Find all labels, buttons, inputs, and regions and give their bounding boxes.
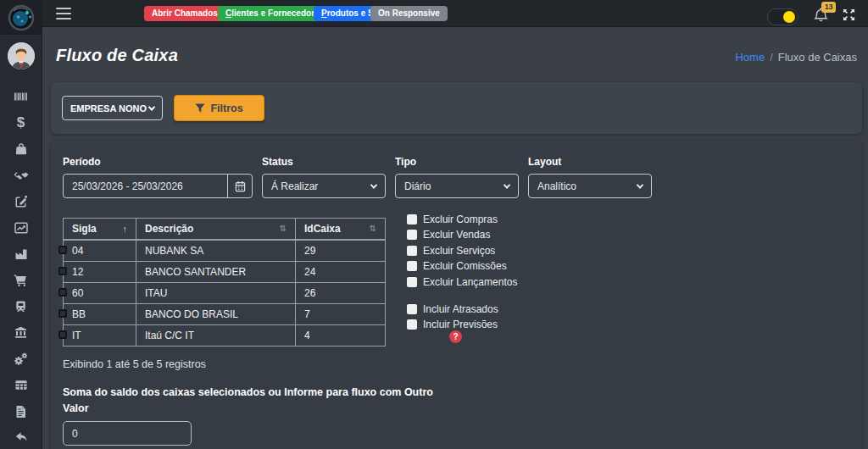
checkbox-excluir-servicos[interactable]: Excluir Serviços bbox=[407, 245, 517, 256]
checkbox-excluir-lancamentos[interactable]: Excluir Lançamentos bbox=[407, 276, 517, 287]
row-checkbox[interactable] bbox=[58, 267, 67, 275]
status-field-group: Status Á Realizar bbox=[262, 156, 386, 198]
tipo-select[interactable]: Diário bbox=[395, 174, 519, 198]
cell-descricao: BANCO SANTANDER bbox=[136, 262, 296, 283]
top-navbar: Abrir Chamados Clientes e Fornecedores P… bbox=[42, 0, 868, 27]
breadcrumb-home-link[interactable]: Home bbox=[735, 51, 765, 64]
calendar-button[interactable] bbox=[227, 175, 252, 197]
records-summary: Exibindo 1 até 5 de 5 registros bbox=[63, 358, 206, 370]
table-row[interactable]: BB BANCO DO BRASIL 7 bbox=[64, 304, 386, 325]
cell-descricao: Itaú C/C IT bbox=[136, 325, 296, 346]
chevron-down-icon bbox=[637, 181, 643, 188]
notifications-button[interactable]: 13 bbox=[814, 8, 829, 23]
file-invoice-icon[interactable] bbox=[0, 398, 42, 424]
dollar-icon[interactable]: $ bbox=[0, 109, 42, 136]
filters-button[interactable]: Filtros bbox=[174, 95, 264, 121]
content-panel: Período Status Á Realizar Tipo Diário bbox=[51, 141, 862, 449]
sum-value-input[interactable] bbox=[63, 421, 192, 446]
filter-funnel-icon bbox=[195, 103, 205, 113]
cell-idcaixa: 24 bbox=[296, 262, 386, 283]
app-logo[interactable] bbox=[0, 0, 42, 36]
periodo-input-group bbox=[63, 174, 253, 198]
status-label: Status bbox=[262, 156, 386, 168]
table-row[interactable]: 04 NUBANK SA 29 bbox=[64, 240, 386, 262]
column-header-descricao[interactable]: Descrição⇅ bbox=[136, 219, 296, 241]
checkbox-excluir-vendas[interactable]: Excluir Vendas bbox=[407, 230, 517, 241]
checkbox[interactable] bbox=[407, 246, 417, 256]
filter-toolbar-card: EMPRESA NONO Filtros bbox=[51, 82, 862, 134]
exclude-options-group: Excluir Compras Excluir Vendas Excluir S… bbox=[407, 213, 517, 292]
cell-idcaixa: 29 bbox=[296, 240, 386, 262]
cell-sigla: 12 bbox=[64, 262, 136, 283]
cogs-icon[interactable] bbox=[0, 346, 42, 372]
periodo-label: Período bbox=[63, 156, 253, 168]
layout-select[interactable]: Analítico bbox=[528, 174, 652, 198]
shopping-cart-icon[interactable] bbox=[0, 267, 42, 293]
status-select-value: Á Realizar bbox=[271, 180, 318, 192]
cell-idcaixa: 7 bbox=[296, 304, 386, 325]
abrir-chamados-button[interactable]: Abrir Chamados bbox=[144, 6, 225, 21]
sort-icon[interactable]: ⇅ bbox=[370, 223, 376, 235]
calendar-icon bbox=[235, 180, 246, 192]
row-checkbox[interactable] bbox=[58, 246, 67, 254]
edit-icon[interactable] bbox=[0, 188, 42, 214]
chart-line-icon[interactable] bbox=[0, 214, 42, 241]
checkbox-label: Excluir Vendas bbox=[423, 229, 490, 241]
column-header-idcaixa[interactable]: IdCaixa⇅ bbox=[296, 219, 386, 241]
cell-sigla: BB bbox=[64, 304, 136, 325]
row-checkbox[interactable] bbox=[58, 288, 67, 297]
shopping-bag-icon[interactable] bbox=[0, 136, 42, 162]
sum-field-label: Soma do saldo dos caixas selecionados ou… bbox=[63, 385, 440, 418]
checkbox-excluir-compras[interactable]: Excluir Compras bbox=[407, 213, 517, 224]
user-avatar[interactable] bbox=[8, 42, 35, 69]
help-icon[interactable]: ? bbox=[449, 330, 462, 343]
checkbox[interactable] bbox=[407, 230, 417, 240]
breadcrumb: Home/Fluxo de Caixas bbox=[735, 51, 857, 64]
cell-descricao: ITAU bbox=[136, 283, 296, 304]
sidebar-nav: $ bbox=[0, 83, 42, 449]
fullscreen-button[interactable] bbox=[843, 8, 855, 21]
industry-icon[interactable] bbox=[0, 241, 42, 267]
table-row[interactable]: 60 ITAU 26 bbox=[64, 283, 386, 304]
row-checkbox[interactable] bbox=[58, 330, 67, 339]
company-select[interactable]: EMPRESA NONO bbox=[62, 96, 163, 120]
notification-count-badge: 13 bbox=[821, 2, 836, 13]
checkbox[interactable] bbox=[407, 319, 417, 330]
barcode-icon[interactable] bbox=[0, 83, 42, 109]
status-select[interactable]: Á Realizar bbox=[262, 174, 386, 198]
checkbox-label: Excluir Lançamentos bbox=[423, 276, 517, 288]
train-icon[interactable] bbox=[0, 293, 42, 319]
checkbox[interactable] bbox=[407, 214, 417, 224]
table-row[interactable]: IT Itaú C/C IT 4 bbox=[64, 325, 386, 346]
tipo-field-group: Tipo Diário bbox=[395, 156, 519, 198]
undo-icon[interactable] bbox=[0, 424, 42, 449]
layout-select-value: Analítico bbox=[537, 180, 576, 192]
checkbox-excluir-comissoes[interactable]: Excluir Comissões bbox=[407, 261, 517, 272]
sidebar: $ bbox=[0, 0, 42, 449]
column-header-sigla[interactable]: Sigla↑ bbox=[64, 219, 136, 241]
table-icon[interactable] bbox=[0, 372, 42, 398]
checkbox[interactable] bbox=[407, 261, 417, 271]
cell-sigla: IT bbox=[64, 325, 136, 346]
cell-sigla: 04 bbox=[64, 240, 136, 262]
periodo-input[interactable] bbox=[64, 175, 227, 197]
checkbox-incluir-atrasados[interactable]: Incluir Atrasados bbox=[407, 303, 498, 314]
theme-toggle[interactable] bbox=[767, 8, 798, 25]
row-checkbox[interactable] bbox=[58, 309, 67, 318]
breadcrumb-current: Fluxo de Caixas bbox=[778, 51, 857, 64]
sort-asc-icon[interactable]: ↑ bbox=[123, 223, 128, 235]
cell-sigla: 60 bbox=[64, 283, 136, 304]
bank-icon[interactable] bbox=[0, 319, 42, 346]
checkbox[interactable] bbox=[407, 304, 417, 314]
on-responsive-button[interactable]: On Responsive bbox=[370, 6, 448, 21]
checkbox-incluir-previsoes[interactable]: Incluir Previsões bbox=[407, 319, 498, 330]
table-row[interactable]: 12 BANCO SANTANDER 24 bbox=[64, 262, 386, 283]
sort-icon[interactable]: ⇅ bbox=[280, 223, 287, 235]
breadcrumb-separator: / bbox=[770, 51, 773, 64]
caixas-table: Sigla↑ Descrição⇅ IdCaixa⇅ 04 NUBANK SA … bbox=[63, 218, 386, 346]
checkbox[interactable] bbox=[407, 277, 417, 287]
hamburger-menu-icon[interactable] bbox=[56, 8, 71, 19]
handshake-icon[interactable] bbox=[0, 162, 42, 188]
cell-descricao: NUBANK SA bbox=[136, 240, 296, 262]
tipo-label: Tipo bbox=[395, 156, 519, 168]
